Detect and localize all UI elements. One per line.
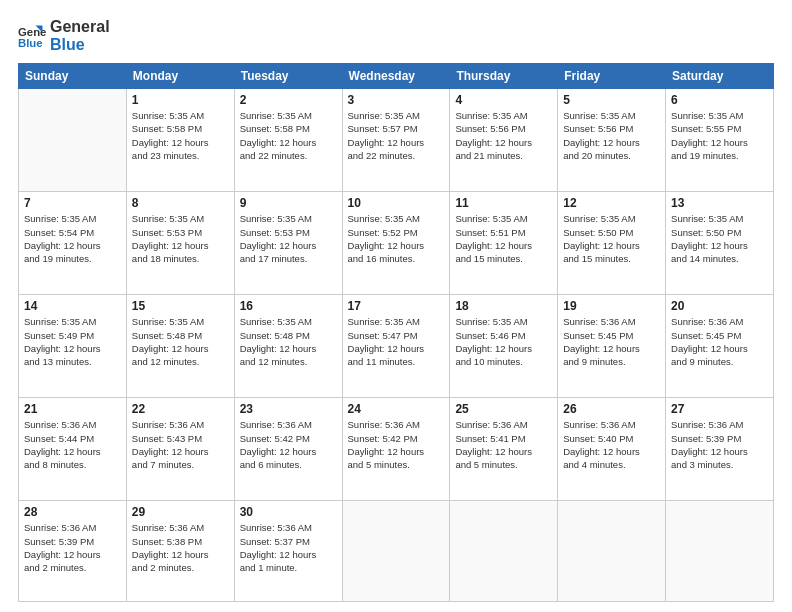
day-number: 25	[455, 402, 552, 416]
day-number: 29	[132, 505, 229, 519]
calendar-cell	[666, 501, 774, 602]
weekday-header-thursday: Thursday	[450, 64, 558, 89]
calendar-cell: 6Sunrise: 5:35 AMSunset: 5:55 PMDaylight…	[666, 89, 774, 192]
calendar-cell	[558, 501, 666, 602]
day-number: 20	[671, 299, 768, 313]
calendar-cell: 15Sunrise: 5:35 AMSunset: 5:48 PMDayligh…	[126, 295, 234, 398]
day-number: 19	[563, 299, 660, 313]
day-number: 8	[132, 196, 229, 210]
day-number: 27	[671, 402, 768, 416]
day-info: Sunrise: 5:35 AMSunset: 5:50 PMDaylight:…	[563, 212, 660, 265]
calendar-cell: 11Sunrise: 5:35 AMSunset: 5:51 PMDayligh…	[450, 192, 558, 295]
calendar-cell: 28Sunrise: 5:36 AMSunset: 5:39 PMDayligh…	[19, 501, 127, 602]
day-number: 7	[24, 196, 121, 210]
weekday-header-saturday: Saturday	[666, 64, 774, 89]
calendar-cell: 10Sunrise: 5:35 AMSunset: 5:52 PMDayligh…	[342, 192, 450, 295]
day-info: Sunrise: 5:35 AMSunset: 5:46 PMDaylight:…	[455, 315, 552, 368]
calendar-cell: 13Sunrise: 5:35 AMSunset: 5:50 PMDayligh…	[666, 192, 774, 295]
day-info: Sunrise: 5:36 AMSunset: 5:37 PMDaylight:…	[240, 521, 337, 574]
calendar-cell: 29Sunrise: 5:36 AMSunset: 5:38 PMDayligh…	[126, 501, 234, 602]
day-number: 3	[348, 93, 445, 107]
day-info: Sunrise: 5:36 AMSunset: 5:38 PMDaylight:…	[132, 521, 229, 574]
calendar-cell: 20Sunrise: 5:36 AMSunset: 5:45 PMDayligh…	[666, 295, 774, 398]
calendar-cell: 1Sunrise: 5:35 AMSunset: 5:58 PMDaylight…	[126, 89, 234, 192]
calendar-cell: 26Sunrise: 5:36 AMSunset: 5:40 PMDayligh…	[558, 398, 666, 501]
day-number: 16	[240, 299, 337, 313]
calendar-body: 1Sunrise: 5:35 AMSunset: 5:58 PMDaylight…	[19, 89, 774, 602]
day-info: Sunrise: 5:36 AMSunset: 5:39 PMDaylight:…	[24, 521, 121, 574]
calendar-cell: 7Sunrise: 5:35 AMSunset: 5:54 PMDaylight…	[19, 192, 127, 295]
day-number: 6	[671, 93, 768, 107]
calendar-cell: 21Sunrise: 5:36 AMSunset: 5:44 PMDayligh…	[19, 398, 127, 501]
day-number: 21	[24, 402, 121, 416]
calendar-header: SundayMondayTuesdayWednesdayThursdayFrid…	[19, 64, 774, 89]
calendar-cell: 22Sunrise: 5:36 AMSunset: 5:43 PMDayligh…	[126, 398, 234, 501]
day-info: Sunrise: 5:35 AMSunset: 5:56 PMDaylight:…	[563, 109, 660, 162]
day-info: Sunrise: 5:35 AMSunset: 5:49 PMDaylight:…	[24, 315, 121, 368]
day-info: Sunrise: 5:36 AMSunset: 5:45 PMDaylight:…	[563, 315, 660, 368]
day-info: Sunrise: 5:36 AMSunset: 5:43 PMDaylight:…	[132, 418, 229, 471]
weekday-header-wednesday: Wednesday	[342, 64, 450, 89]
calendar-cell: 19Sunrise: 5:36 AMSunset: 5:45 PMDayligh…	[558, 295, 666, 398]
logo-icon: General Blue	[18, 22, 46, 50]
calendar-week-4: 21Sunrise: 5:36 AMSunset: 5:44 PMDayligh…	[19, 398, 774, 501]
day-number: 4	[455, 93, 552, 107]
calendar-week-1: 1Sunrise: 5:35 AMSunset: 5:58 PMDaylight…	[19, 89, 774, 192]
logo-general: General	[50, 18, 110, 36]
day-number: 23	[240, 402, 337, 416]
calendar-cell: 17Sunrise: 5:35 AMSunset: 5:47 PMDayligh…	[342, 295, 450, 398]
header: General Blue General Blue	[18, 18, 774, 53]
day-number: 22	[132, 402, 229, 416]
day-number: 1	[132, 93, 229, 107]
day-info: Sunrise: 5:35 AMSunset: 5:48 PMDaylight:…	[240, 315, 337, 368]
calendar-cell: 16Sunrise: 5:35 AMSunset: 5:48 PMDayligh…	[234, 295, 342, 398]
weekday-header-friday: Friday	[558, 64, 666, 89]
day-info: Sunrise: 5:36 AMSunset: 5:42 PMDaylight:…	[348, 418, 445, 471]
calendar-cell: 30Sunrise: 5:36 AMSunset: 5:37 PMDayligh…	[234, 501, 342, 602]
calendar-week-3: 14Sunrise: 5:35 AMSunset: 5:49 PMDayligh…	[19, 295, 774, 398]
calendar-cell: 25Sunrise: 5:36 AMSunset: 5:41 PMDayligh…	[450, 398, 558, 501]
day-number: 17	[348, 299, 445, 313]
day-number: 14	[24, 299, 121, 313]
day-info: Sunrise: 5:35 AMSunset: 5:54 PMDaylight:…	[24, 212, 121, 265]
day-number: 2	[240, 93, 337, 107]
weekday-header-sunday: Sunday	[19, 64, 127, 89]
calendar-cell: 18Sunrise: 5:35 AMSunset: 5:46 PMDayligh…	[450, 295, 558, 398]
calendar-cell: 24Sunrise: 5:36 AMSunset: 5:42 PMDayligh…	[342, 398, 450, 501]
day-info: Sunrise: 5:35 AMSunset: 5:48 PMDaylight:…	[132, 315, 229, 368]
day-number: 18	[455, 299, 552, 313]
day-info: Sunrise: 5:35 AMSunset: 5:58 PMDaylight:…	[240, 109, 337, 162]
day-number: 12	[563, 196, 660, 210]
day-info: Sunrise: 5:35 AMSunset: 5:52 PMDaylight:…	[348, 212, 445, 265]
day-number: 11	[455, 196, 552, 210]
weekday-row: SundayMondayTuesdayWednesdayThursdayFrid…	[19, 64, 774, 89]
day-info: Sunrise: 5:36 AMSunset: 5:39 PMDaylight:…	[671, 418, 768, 471]
day-number: 13	[671, 196, 768, 210]
day-info: Sunrise: 5:36 AMSunset: 5:44 PMDaylight:…	[24, 418, 121, 471]
calendar-cell	[450, 501, 558, 602]
day-info: Sunrise: 5:35 AMSunset: 5:53 PMDaylight:…	[132, 212, 229, 265]
day-info: Sunrise: 5:35 AMSunset: 5:51 PMDaylight:…	[455, 212, 552, 265]
day-info: Sunrise: 5:35 AMSunset: 5:56 PMDaylight:…	[455, 109, 552, 162]
calendar-week-5: 28Sunrise: 5:36 AMSunset: 5:39 PMDayligh…	[19, 501, 774, 602]
weekday-header-tuesday: Tuesday	[234, 64, 342, 89]
day-number: 26	[563, 402, 660, 416]
calendar-cell: 3Sunrise: 5:35 AMSunset: 5:57 PMDaylight…	[342, 89, 450, 192]
calendar-cell: 23Sunrise: 5:36 AMSunset: 5:42 PMDayligh…	[234, 398, 342, 501]
calendar-cell: 4Sunrise: 5:35 AMSunset: 5:56 PMDaylight…	[450, 89, 558, 192]
day-number: 9	[240, 196, 337, 210]
day-number: 28	[24, 505, 121, 519]
day-info: Sunrise: 5:35 AMSunset: 5:58 PMDaylight:…	[132, 109, 229, 162]
day-number: 5	[563, 93, 660, 107]
day-info: Sunrise: 5:35 AMSunset: 5:47 PMDaylight:…	[348, 315, 445, 368]
calendar-cell: 5Sunrise: 5:35 AMSunset: 5:56 PMDaylight…	[558, 89, 666, 192]
calendar-cell: 12Sunrise: 5:35 AMSunset: 5:50 PMDayligh…	[558, 192, 666, 295]
calendar-cell: 8Sunrise: 5:35 AMSunset: 5:53 PMDaylight…	[126, 192, 234, 295]
day-number: 15	[132, 299, 229, 313]
calendar-cell: 27Sunrise: 5:36 AMSunset: 5:39 PMDayligh…	[666, 398, 774, 501]
svg-text:Blue: Blue	[18, 36, 43, 48]
day-info: Sunrise: 5:36 AMSunset: 5:45 PMDaylight:…	[671, 315, 768, 368]
day-number: 24	[348, 402, 445, 416]
day-number: 10	[348, 196, 445, 210]
day-info: Sunrise: 5:36 AMSunset: 5:41 PMDaylight:…	[455, 418, 552, 471]
